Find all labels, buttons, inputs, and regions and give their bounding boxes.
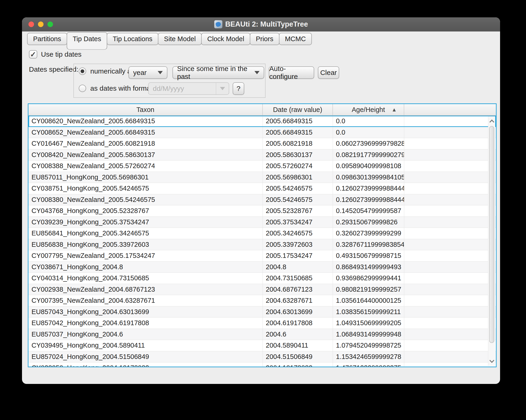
cell-date[interactable]: 2004.63287671 [263, 295, 333, 306]
cell-date[interactable]: 2004.68767123 [263, 284, 333, 295]
table-row[interactable]: CY040314_HongKong_2004.73150685 2004.731… [29, 273, 496, 284]
tab[interactable]: MCMC [279, 33, 312, 45]
table-row[interactable]: CY038751_HongKong_2005.54246575 2005.542… [29, 183, 496, 194]
cell-age[interactable]: 0.0958904099998108 [333, 160, 404, 172]
cell-date[interactable]: 2005.52328767 [263, 205, 333, 216]
cell-age[interactable]: 0.32876711999983854 [333, 239, 404, 250]
table-row[interactable]: EU857043_HongKong_2004.63013699 2004.630… [29, 306, 496, 318]
cell-age[interactable]: 0.09863013999984105 [333, 172, 404, 183]
cell-date[interactable]: 2005.60821918 [263, 138, 333, 149]
minimize-button[interactable] [38, 21, 43, 27]
cell-taxon[interactable]: CY008652_NewZealand_2005.66849315 [29, 127, 263, 138]
cell-age[interactable]: 1.0493150699999205 [333, 318, 404, 329]
cell-age[interactable]: 1.0794520499998725 [333, 340, 404, 351]
cell-taxon[interactable]: CY040314_HongKong_2004.73150685 [29, 273, 263, 284]
cell-taxon[interactable]: CY038671_HongKong_2004.8 [29, 262, 263, 273]
table-row[interactable]: EU856838_HongKong_2005.33972603 2005.339… [29, 239, 496, 251]
zoom-button[interactable] [48, 21, 53, 27]
cell-date[interactable]: 2005.66849315 [263, 116, 333, 127]
cell-age[interactable]: 0.0 [333, 127, 404, 138]
tab[interactable]: Tip Dates [67, 32, 107, 50]
tab[interactable]: Priors [250, 33, 279, 45]
table-row[interactable]: CY008388_NewZealand_2005.57260274 2005.5… [29, 160, 496, 172]
tab[interactable]: Clock Model [201, 33, 250, 45]
table-row[interactable]: CY038671_HongKong_2004.8 2004.8 0.868493… [29, 262, 496, 273]
cell-date[interactable]: 2004.61917808 [263, 318, 333, 329]
table-row[interactable]: EU857024_HongKong_2004.51506849 2004.515… [29, 351, 496, 363]
cell-taxon[interactable]: CY008420_NewZealand_2005.58630137 [29, 149, 263, 160]
date-format-combo[interactable]: dd/M/yyyy [148, 82, 229, 95]
cell-taxon[interactable]: CY039239_HongKong_2005.37534247 [29, 217, 263, 228]
cell-taxon[interactable]: CY008620_NewZealand_2005.66849315 [29, 116, 263, 127]
table-row[interactable]: CY002938_NewZealand_2004.68767123 2004.6… [29, 284, 496, 295]
table-row[interactable]: EU857011_HongKong_2005.56986301 2005.569… [29, 172, 496, 183]
cell-age[interactable]: 0.08219177999990279 [333, 149, 404, 160]
cell-date[interactable]: 2004.19178082 [263, 362, 333, 367]
cell-date[interactable]: 2005.37534247 [263, 217, 333, 228]
cell-age[interactable]: 0.0 [333, 116, 404, 127]
cell-taxon[interactable]: CY043768_HongKong_2005.52328767 [29, 205, 263, 216]
cell-age[interactable]: 0.1452054799999587 [333, 205, 404, 216]
cell-taxon[interactable]: EU856838_HongKong_2005.33972603 [29, 239, 263, 250]
cell-date[interactable]: 2005.34246575 [263, 228, 333, 239]
cell-age[interactable]: 0.8684931499999493 [333, 262, 404, 273]
cell-age[interactable]: 0.9369862999999441 [333, 273, 404, 284]
cell-age[interactable]: 1.0684931499999948 [333, 329, 404, 340]
use-tip-dates-checkbox[interactable]: ✓ [29, 50, 37, 59]
table-row[interactable]: CY043768_HongKong_2005.52328767 2005.523… [29, 205, 496, 217]
clear-button[interactable]: Clear [318, 66, 339, 79]
table-row[interactable]: CY007395_NewZealand_2004.63287671 2004.6… [29, 295, 496, 306]
table-row[interactable]: CY016467_NewZealand_2005.60821918 2005.6… [29, 138, 496, 149]
auto-configure-button[interactable]: Auto-configure [269, 66, 314, 79]
cell-age[interactable]: 0.4931506799998715 [333, 250, 404, 261]
table-row[interactable]: EU856841_HongKong_2005.34246575 2005.342… [29, 228, 496, 239]
table-row[interactable]: CY038959_HongKong_2004.19178082 2004.191… [29, 362, 496, 367]
cell-age[interactable]: 0.12602739999988444 [333, 194, 404, 205]
cell-date[interactable]: 2005.66849315 [263, 127, 333, 138]
table-row[interactable]: EU857037_HongKong_2004.6 2004.6 1.068493… [29, 329, 496, 340]
table-row[interactable]: CY039239_HongKong_2005.37534247 2005.375… [29, 217, 496, 228]
cell-date[interactable]: 2005.56986301 [263, 172, 333, 183]
combo-arrow-button[interactable] [216, 83, 229, 94]
cell-age[interactable]: 0.9808219199999257 [333, 284, 404, 295]
cell-date[interactable]: 2005.33972603 [263, 239, 333, 250]
cell-age[interactable]: 0.12602739999988444 [333, 183, 404, 194]
column-header-date[interactable]: Date (raw value) [263, 104, 333, 115]
cell-age[interactable]: 0.293150679999826 [333, 217, 404, 228]
cell-date[interactable]: 2005.17534247 [263, 250, 333, 261]
cell-date[interactable]: 2004.51506849 [263, 351, 333, 362]
cell-date[interactable]: 2004.5890411 [263, 340, 333, 351]
cell-age[interactable]: 1.1534246599999278 [333, 351, 404, 362]
scroll-thumb[interactable] [489, 126, 494, 343]
tab[interactable]: Site Model [158, 33, 202, 45]
help-button[interactable]: ? [233, 82, 244, 95]
cell-taxon[interactable]: EU857011_HongKong_2005.56986301 [29, 172, 263, 183]
direction-dropdown[interactable]: Since some time in the past [172, 66, 264, 79]
scroll-down-button[interactable] [488, 357, 495, 365]
table-row[interactable]: CY008380_NewZealand_2005.54246575 2005.5… [29, 194, 496, 205]
cell-age[interactable]: 1.0383561599999211 [333, 306, 404, 318]
table-row[interactable]: CY008420_NewZealand_2005.58630137 2005.5… [29, 149, 496, 161]
cell-taxon[interactable]: CY002938_NewZealand_2004.68767123 [29, 284, 263, 295]
unit-dropdown[interactable]: year [129, 66, 167, 79]
cell-age[interactable]: 1.4767123299998375 [333, 362, 404, 367]
cell-taxon[interactable]: CY008380_NewZealand_2005.54246575 [29, 194, 263, 205]
table-row[interactable]: CY007795_NewZealand_2005.17534247 2005.1… [29, 250, 496, 262]
cell-age[interactable]: 0.06027396999979828 [333, 138, 404, 149]
cell-taxon[interactable]: CY007395_NewZealand_2004.63287671 [29, 295, 263, 306]
cell-taxon[interactable]: CY007795_NewZealand_2005.17534247 [29, 250, 263, 261]
table-row[interactable]: CY008620_NewZealand_2005.66849315 2005.6… [29, 116, 496, 127]
scroll-up-button[interactable] [488, 117, 495, 126]
column-header-taxon[interactable]: Taxon [29, 104, 263, 115]
cell-taxon[interactable]: EU857037_HongKong_2004.6 [29, 329, 263, 340]
as-dates-radio[interactable] [79, 85, 86, 92]
close-button[interactable] [29, 21, 34, 27]
cell-age[interactable]: 1.0356164400000125 [333, 295, 404, 306]
table-row[interactable]: CY008652_NewZealand_2005.66849315 2005.6… [29, 127, 496, 138]
tab[interactable]: Partitions [27, 33, 67, 45]
table-row[interactable]: CY039495_HongKong_2004.5890411 2004.5890… [29, 340, 496, 351]
cell-taxon[interactable]: CY039495_HongKong_2004.5890411 [29, 340, 263, 351]
cell-date[interactable]: 2005.57260274 [263, 160, 333, 172]
cell-taxon[interactable]: CY016467_NewZealand_2005.60821918 [29, 138, 263, 149]
cell-date[interactable]: 2004.73150685 [263, 273, 333, 284]
